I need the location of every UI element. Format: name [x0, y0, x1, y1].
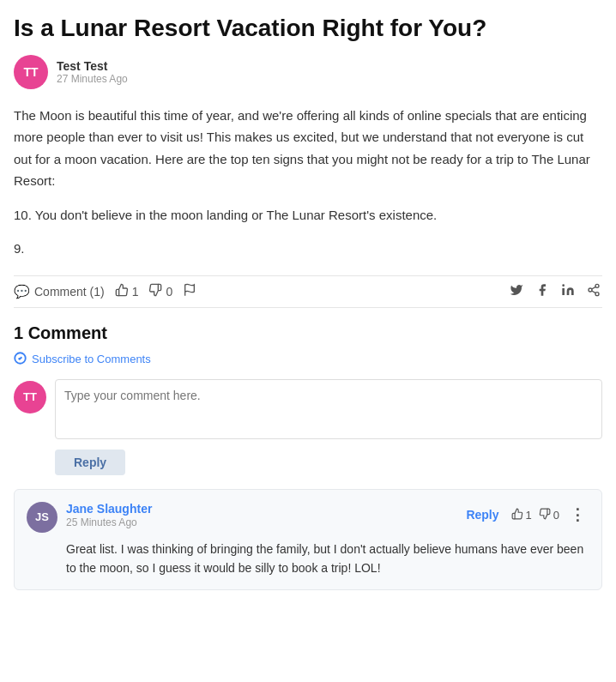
- linkedin-icon[interactable]: [559, 283, 577, 299]
- author-info: Test Test 27 Minutes Ago: [57, 59, 128, 85]
- comment-thumbup-icon: [511, 508, 523, 522]
- comment-dislike-count: 0: [553, 509, 559, 522]
- facebook-icon[interactable]: [534, 283, 551, 299]
- comment-reply-button[interactable]: Reply: [461, 506, 504, 523]
- subscribe-link[interactable]: Subscribe to Comments: [32, 353, 151, 365]
- flag-button[interactable]: [183, 283, 196, 300]
- comment-textarea-wrap: Reply: [55, 379, 602, 475]
- author-avatar: TT: [14, 55, 48, 89]
- comment-input-row: TT Reply: [14, 379, 602, 475]
- toolbar-left: 💬 Comment (1) 1 0: [14, 283, 196, 300]
- article-body: The Moon is beautiful this time of year,…: [14, 105, 602, 260]
- comments-section: 1 Comment Subscribe to Comments TT Reply…: [14, 320, 602, 591]
- share-icon[interactable]: [585, 283, 602, 299]
- comment-more-button[interactable]: ⋮: [566, 504, 589, 526]
- toolbar-right: [508, 283, 602, 299]
- like-button[interactable]: 1: [115, 283, 139, 299]
- author-time: 27 Minutes Ago: [57, 73, 128, 85]
- svg-line-7: [592, 287, 596, 289]
- thumbup-icon: [115, 283, 129, 299]
- comments-heading: 1 Comment: [14, 323, 602, 343]
- comment-meta: Jane Slaughter 25 Minutes Ago Reply 1: [66, 502, 589, 528]
- comment-card: JS Jane Slaughter 25 Minutes Ago Reply: [14, 489, 602, 591]
- comment-body: Great list. I was thinking of bringing t…: [66, 540, 589, 578]
- comment-icon: 💬: [14, 284, 30, 299]
- svg-line-6: [592, 291, 596, 293]
- svg-point-5: [595, 293, 599, 296]
- dislike-count: 0: [166, 285, 172, 299]
- comment-count[interactable]: 💬 Comment (1): [14, 284, 105, 299]
- comment-thumbdown-icon: [539, 508, 551, 522]
- submit-reply-button[interactable]: Reply: [55, 450, 125, 475]
- svg-point-4: [589, 288, 592, 292]
- comment-actions: Reply 1 0: [461, 504, 589, 526]
- svg-rect-1: [562, 288, 565, 295]
- current-user-avatar: TT: [14, 381, 46, 413]
- comment-time: 25 Minutes Ago: [66, 516, 461, 528]
- subscribe-check-icon: [14, 352, 27, 367]
- commenter-avatar: JS: [27, 502, 57, 533]
- twitter-icon[interactable]: [508, 283, 525, 299]
- toolbar: 💬 Comment (1) 1 0: [14, 275, 602, 308]
- author-name: Test Test: [57, 59, 128, 73]
- article-item-10: 10. You don't believe in the moon landin…: [14, 204, 602, 226]
- subscribe-row: Subscribe to Comments: [14, 352, 602, 367]
- article-paragraph: The Moon is beautiful this time of year,…: [14, 105, 602, 192]
- dislike-button[interactable]: 0: [148, 283, 172, 299]
- comment-dislike-button[interactable]: 0: [539, 508, 559, 522]
- comment-count-label: Comment (1): [34, 285, 105, 299]
- svg-point-3: [595, 284, 599, 287]
- comment-textarea[interactable]: [55, 379, 602, 439]
- svg-point-2: [562, 284, 565, 287]
- comment-header: JS Jane Slaughter 25 Minutes Ago Reply: [27, 502, 589, 533]
- comment-like-count: 1: [526, 509, 532, 522]
- article-title: Is a Lunar Resort Vacation Right for You…: [14, 14, 602, 43]
- comment-like-button[interactable]: 1: [511, 508, 532, 522]
- commenter-name[interactable]: Jane Slaughter: [66, 502, 461, 516]
- thumbdown-icon: [148, 283, 162, 299]
- article-item-9: 9.: [14, 238, 602, 260]
- author-row: TT Test Test 27 Minutes Ago: [14, 55, 602, 89]
- like-count: 1: [132, 285, 139, 299]
